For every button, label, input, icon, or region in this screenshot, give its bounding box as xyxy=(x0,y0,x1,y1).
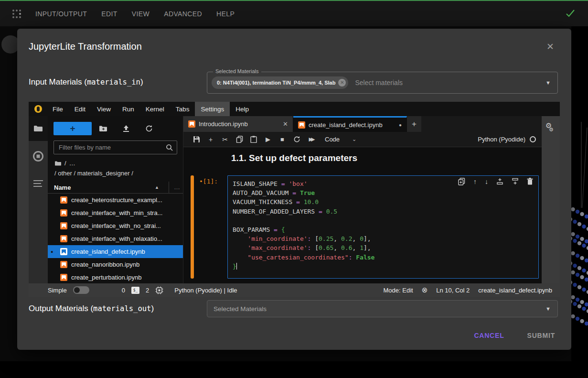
property-inspector-gears-icon[interactable]: ⚙⚙ xyxy=(545,123,554,132)
cell-prompt: •[1]: xyxy=(199,178,218,185)
kernel-status[interactable]: Python (Pyodide) | Idle xyxy=(174,287,237,294)
tab-label: create_island_defect.ipynb xyxy=(309,121,383,129)
jl-menu-file[interactable]: File xyxy=(47,102,69,116)
code-line: 'min_coordinate': [0.25, 0.2, 0], xyxy=(233,234,534,243)
material-chip-label: 0: N4Ti4(001), termination TiN_P4/mmm_4,… xyxy=(217,80,335,86)
restart-kernel-icon[interactable] xyxy=(289,136,304,143)
breadcrumb-ellipsis[interactable]: … xyxy=(69,158,75,168)
refresh-icon[interactable] xyxy=(138,125,160,132)
code-line: NUMBER_OF_ADDED_LAYERS = 0.5 xyxy=(233,207,534,216)
file-row[interactable]: create_perturbation.ipynb xyxy=(48,271,183,283)
code-lines: ISLAND_SHAPE = 'box'AUTO_ADD_VACUUM = Tr… xyxy=(233,179,534,271)
chevron-down-icon[interactable]: ▼ xyxy=(545,80,551,86)
jupyter-menu: File Edit View Run Kernel Tabs Settings … xyxy=(47,102,255,116)
move-down-icon[interactable]: ↓ xyxy=(485,178,488,185)
output-materials-label: Output Materials (materials_out) xyxy=(29,304,154,313)
breadcrumb-path[interactable]: / other / materials_designer / xyxy=(54,168,183,178)
output-materials-select[interactable]: Selected Materials ▼ xyxy=(207,300,558,317)
app-menu-input-output[interactable]: INPUT/OUTPUT xyxy=(35,10,87,18)
delete-cell-icon[interactable] xyxy=(527,178,533,185)
jl-menu-kernel[interactable]: Kernel xyxy=(140,102,170,116)
tab-introduction[interactable]: Introduction.ipynb ✕ xyxy=(183,116,293,132)
file-name: create_interface_with_relaxatio... xyxy=(71,235,162,242)
file-name: create_interface_with_no_strai... xyxy=(71,222,161,229)
jl-menu-tabs[interactable]: Tabs xyxy=(170,102,195,116)
file-row[interactable]: ●create_island_defect.ipynb xyxy=(48,245,183,258)
insert-below-icon[interactable] xyxy=(512,178,519,185)
selected-materials-field[interactable]: Selected Materials 0: N4Ti4(001), termin… xyxy=(207,72,558,94)
file-row[interactable]: create_heterostructure_exampl... xyxy=(48,194,183,206)
submit-button[interactable]: SUBMIT xyxy=(527,332,555,339)
upload-icon[interactable] xyxy=(115,125,138,132)
kernel-chip-icon[interactable] xyxy=(155,286,163,294)
new-tab-button[interactable]: + xyxy=(407,116,421,132)
app-menu-edit[interactable]: EDIT xyxy=(101,10,118,18)
add-cell-icon[interactable]: + xyxy=(203,136,218,143)
editor-mode[interactable]: Mode: Edit xyxy=(383,287,413,294)
jl-menu-edit[interactable]: Edit xyxy=(69,102,91,116)
file-row[interactable]: create_nanoribbon.ipynb xyxy=(48,258,183,271)
app-menu-help[interactable]: HELP xyxy=(216,10,235,18)
cursor-position[interactable]: Ln 10, Col 2 xyxy=(436,287,470,294)
bottom-strip xyxy=(0,361,588,378)
notebook-file-icon xyxy=(60,196,67,204)
jupyter-main: + xyxy=(29,116,560,283)
home-folder-icon[interactable] xyxy=(54,161,62,166)
material-chip[interactable]: 0: N4Ti4(001), termination TiN_P4/mmm_4,… xyxy=(212,76,348,89)
kernel-indicator[interactable]: Python (Pyodide) xyxy=(478,136,536,143)
restart-run-all-icon[interactable]: ▶▶ xyxy=(304,136,318,142)
save-icon[interactable] xyxy=(189,136,203,143)
cell-type-value: Code xyxy=(325,136,340,143)
jl-menu-settings[interactable]: Settings xyxy=(195,102,230,116)
section-heading: 1.1. Set up defect parameters xyxy=(231,153,357,163)
jl-menu-run[interactable]: Run xyxy=(117,102,140,116)
tab-create-island-defect[interactable]: create_island_defect.ipynb ● xyxy=(293,116,407,132)
file-row[interactable]: create_interface_with_relaxatio... xyxy=(48,232,183,245)
cell-collapser[interactable] xyxy=(191,175,194,279)
input-materials-label: Input Materials (materials_in) xyxy=(29,77,143,87)
duplicate-cell-icon[interactable] xyxy=(458,178,465,185)
paste-cell-icon[interactable] xyxy=(246,136,261,143)
app-logo-dots-icon[interactable] xyxy=(12,10,21,18)
simple-mode-label: Simple xyxy=(48,287,67,294)
filter-files-input[interactable] xyxy=(54,144,177,151)
terminals-count[interactable]: 0 xyxy=(122,287,125,294)
circle-x-icon[interactable]: ⊗ xyxy=(422,286,428,294)
chevron-down-icon: ⌄ xyxy=(352,136,356,142)
stop-kernel-icon[interactable]: ■ xyxy=(275,136,289,143)
running-kernels-tab[interactable] xyxy=(32,151,44,162)
insert-above-icon[interactable] xyxy=(496,178,503,185)
right-sidebar: ⚙⚙ xyxy=(542,116,560,283)
output-select-label: Selected Materials xyxy=(214,305,267,313)
simple-mode-toggle[interactable] xyxy=(73,286,89,294)
new-folder-icon[interactable] xyxy=(92,125,115,132)
app-menu-view[interactable]: VIEW xyxy=(132,10,150,18)
table-of-contents-tab[interactable] xyxy=(33,179,43,188)
code-cell[interactable]: ISLAND_SHAPE = 'box'AUTO_ADD_VACUUM = Tr… xyxy=(227,175,539,279)
file-browser-tab[interactable] xyxy=(29,116,48,141)
notebook-tabbar: Introduction.ipynb ✕ create_island_defec… xyxy=(183,116,542,132)
cut-cell-icon[interactable]: ✂ xyxy=(218,136,232,143)
copy-cell-icon[interactable] xyxy=(232,136,246,143)
run-cell-icon[interactable]: ▶ xyxy=(261,136,275,143)
kernels-count[interactable]: 2 xyxy=(146,287,149,294)
close-icon[interactable]: ✕ xyxy=(546,41,554,52)
app-menu-advanced[interactable]: ADVANCED xyxy=(164,10,202,18)
more-columns-icon[interactable]: … xyxy=(169,182,180,193)
file-row[interactable]: create_interface_with_min_stra... xyxy=(48,206,183,219)
file-row[interactable]: create_interface_with_no_strai... xyxy=(48,219,183,232)
list-icon xyxy=(33,179,43,188)
new-launcher-button[interactable]: + xyxy=(53,122,92,135)
dialog-title: JupyterLite Transformation xyxy=(29,41,142,52)
breadcrumb-root[interactable]: / xyxy=(64,158,66,168)
terminal-icon[interactable]: $_ xyxy=(131,287,139,294)
jl-menu-view[interactable]: View xyxy=(91,102,117,116)
cancel-button[interactable]: CANCEL xyxy=(474,332,504,339)
tab-close-icon[interactable]: ✕ xyxy=(283,120,288,128)
file-list-header[interactable]: Name ▲ … xyxy=(48,182,183,194)
chip-delete-icon[interactable]: ✕ xyxy=(338,79,346,86)
cell-type-dropdown[interactable]: Code ⌄ xyxy=(325,136,356,143)
move-up-icon[interactable]: ↑ xyxy=(473,178,477,185)
file-name: create_interface_with_min_stra... xyxy=(71,209,162,216)
jl-menu-help[interactable]: Help xyxy=(230,102,255,116)
